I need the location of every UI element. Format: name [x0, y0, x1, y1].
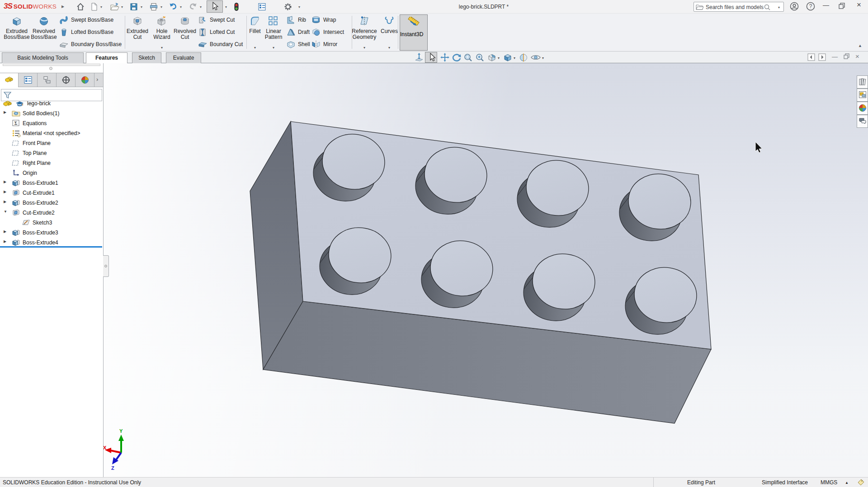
help-button[interactable]: ? — [805, 1, 816, 12]
task-pane-appearances[interactable] — [857, 102, 868, 115]
select-tool-dropdown[interactable]: ▾ — [225, 5, 227, 9]
fillet-button[interactable]: Fillet ▾ — [248, 14, 262, 52]
print-button[interactable] — [149, 2, 159, 12]
tree-item-cut-extrude2[interactable]: ▼ Cut-Extrude2 — [0, 208, 102, 218]
panel-splitter-handle[interactable] — [103, 255, 109, 277]
status-tag-icon[interactable] — [857, 478, 865, 487]
draft-button[interactable]: Draft — [286, 27, 310, 38]
display-style-dropdown[interactable]: ▾ — [514, 56, 515, 60]
tab-sketch[interactable]: Sketch — [132, 52, 161, 63]
view-orientation-icon[interactable] — [486, 52, 497, 62]
instant3d-button[interactable]: Instant3D — [400, 14, 428, 51]
tree-item-boss-extrude1[interactable]: ▶ Boss-Extrude1 — [0, 178, 102, 188]
file-properties-button[interactable] — [257, 2, 267, 12]
login-button[interactable] — [789, 1, 800, 12]
new-document-button[interactable] — [89, 2, 99, 12]
tab-feature-manager[interactable] — [0, 73, 19, 87]
zoom-to-fit-icon[interactable] — [463, 52, 474, 62]
redo-dropdown[interactable]: ▾ — [200, 5, 202, 9]
hole-wizard-dropdown[interactable]: ▾ — [161, 46, 163, 50]
rollback-bar[interactable] — [0, 246, 102, 248]
tree-item-boss-extrude3[interactable]: ▶ Boss-Extrude3 — [0, 228, 102, 238]
menu-expand-arrow[interactable]: ▶ — [61, 5, 64, 9]
search-input[interactable]: Search files and models ▾ — [693, 2, 784, 12]
tree-item-cut-extrude1[interactable]: ▶ Cut-Extrude1 — [0, 188, 102, 198]
mirror-button[interactable]: Mirror — [311, 39, 337, 50]
zoom-to-area-icon[interactable] — [475, 52, 486, 62]
tree-item-root[interactable]: lego-brick — [0, 98, 102, 108]
open-dropdown[interactable]: ▾ — [121, 5, 123, 9]
expand-arrow[interactable]: ▶ — [4, 180, 6, 184]
tree-item-solid-bodies[interactable]: ▶ Solid Bodies(1) — [0, 108, 102, 118]
rotate-view-icon[interactable] — [451, 52, 462, 62]
save-dropdown[interactable]: ▾ — [141, 5, 142, 9]
print-dropdown[interactable]: ▾ — [160, 5, 162, 9]
restore-button[interactable] — [837, 1, 848, 12]
section-view-icon[interactable] — [518, 52, 529, 62]
expand-arrow[interactable]: ▶ — [4, 200, 6, 204]
reference-geometry-button[interactable]: Reference Geometry ▾ — [352, 14, 377, 52]
task-pane-file-explorer[interactable] — [857, 89, 868, 102]
redo-button[interactable] — [188, 2, 198, 12]
undo-dropdown[interactable]: ▾ — [180, 5, 182, 9]
tree-item-material[interactable]: Material <not specified> — [0, 128, 102, 138]
tree-item-equations[interactable]: Σ Equations — [0, 118, 102, 128]
graphics-viewport[interactable]: X Y Z › lego-brick — [0, 63, 868, 477]
curves-dropdown[interactable]: ▾ — [388, 46, 390, 50]
status-interface-mode[interactable]: Simplified Interface — [762, 479, 808, 486]
expand-arrow[interactable]: ▶ — [4, 239, 6, 244]
save-button[interactable] — [129, 2, 139, 12]
expand-arrow[interactable]: ▶ — [4, 190, 6, 194]
fillet-dropdown[interactable]: ▾ — [254, 46, 256, 50]
hole-wizard-button[interactable]: Hole Wizard ▾ — [150, 14, 174, 52]
tab-evaluate[interactable]: Evaluate — [166, 52, 201, 63]
rebuild-traffic-light-icon[interactable] — [231, 2, 241, 12]
task-pane-forum[interactable] — [857, 115, 868, 128]
document-minimize-button[interactable]: — — [832, 53, 838, 60]
revolved-boss-base-button[interactable]: Revolved Boss/Base — [31, 14, 57, 52]
undo-button[interactable] — [168, 2, 178, 12]
tab-dimxpert[interactable] — [57, 73, 75, 87]
expand-pane-right-icon[interactable] — [818, 53, 829, 63]
tree-item-right-plane[interactable]: Right Plane — [0, 158, 102, 168]
expand-arrow[interactable]: ▶ — [4, 110, 6, 114]
swept-boss-base-button[interactable]: Swept Boss/Base — [59, 15, 113, 26]
tree-item-front-plane[interactable]: Front Plane — [0, 138, 102, 148]
options-gear-button[interactable] — [283, 2, 293, 12]
home-button[interactable] — [75, 2, 85, 12]
new-document-dropdown[interactable]: ▾ — [100, 5, 102, 9]
close-button[interactable]: × — [854, 0, 864, 11]
ribbon-collapse-arrow[interactable]: ▲ — [858, 43, 862, 48]
select-tool-button[interactable] — [207, 0, 223, 13]
minimize-button[interactable]: — — [821, 1, 831, 12]
rib-button[interactable]: Rib — [286, 15, 306, 26]
extruded-boss-base-button[interactable]: Extruded Boss/Base — [4, 14, 30, 52]
curves-button[interactable]: Curves ▾ — [380, 14, 398, 52]
tree-item-top-plane[interactable]: Top Plane — [0, 148, 102, 158]
options-dropdown[interactable]: ▾ — [298, 5, 300, 9]
open-button[interactable] — [109, 2, 119, 12]
display-style-icon[interactable] — [502, 52, 513, 62]
tab-basic-modeling-tools[interactable]: Basic Modeling Tools — [2, 52, 84, 63]
hide-show-dropdown[interactable]: ▾ — [542, 56, 544, 60]
intersect-button[interactable]: Intersect — [311, 27, 344, 38]
view-orientation-dropdown[interactable]: ▾ — [498, 56, 500, 60]
wrap-button[interactable]: Wrap — [311, 15, 336, 26]
lego-brick-model[interactable] — [250, 122, 711, 423]
document-restore-button[interactable] — [843, 52, 851, 62]
document-close-button[interactable]: × — [855, 52, 859, 60]
collapse-pane-left-icon[interactable] — [807, 53, 818, 63]
status-units[interactable]: MMGS — [821, 479, 837, 486]
panel-tab-overflow-arrow[interactable]: › — [96, 76, 98, 83]
reference-geometry-dropdown[interactable]: ▾ — [363, 46, 365, 50]
tab-property-manager[interactable] — [19, 73, 38, 87]
expand-arrow[interactable]: ▶ — [4, 229, 6, 234]
extruded-cut-button[interactable]: Extruded Cut — [126, 14, 149, 52]
shell-button[interactable]: Shell — [286, 39, 310, 50]
select-cursor-pressed-box[interactable] — [425, 52, 437, 63]
panel-collapse-dot[interactable] — [49, 67, 52, 70]
tree-item-sketch3[interactable]: Sketch3 — [0, 218, 102, 228]
units-dropdown-arrow[interactable]: ▲ — [845, 481, 849, 485]
collapse-arrow[interactable]: ▼ — [4, 210, 7, 214]
lofted-cut-button[interactable]: Lofted Cut — [198, 27, 235, 38]
